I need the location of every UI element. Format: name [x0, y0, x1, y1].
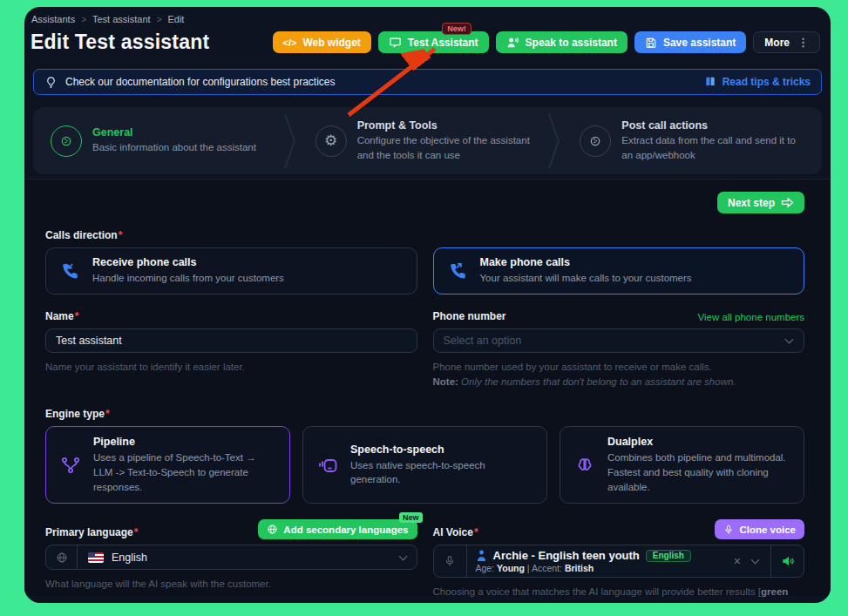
chevron-down-icon [398, 552, 407, 560]
breadcrumb-test-assistant[interactable]: Test assistant [92, 14, 151, 24]
more-button[interactable]: More ⋮ [753, 31, 820, 53]
voice-select[interactable]: Archie - English teen youth English Age:… [433, 545, 805, 578]
phone-field-group: Phone number View all phone numbers Sele… [433, 310, 805, 389]
card-desc: Uses a pipeline of Speech-to-Text → LLM … [93, 450, 277, 494]
add-secondary-languages-button[interactable]: New Add secondary languages [258, 519, 417, 539]
web-widget-label: Web widget [302, 37, 360, 49]
code-icon: </> [283, 37, 297, 48]
lightbulb-icon [44, 76, 58, 89]
language-field-group: Primary language* New Add secondary lang… [45, 519, 417, 592]
read-tips-label: Read tips & tricks [722, 76, 811, 88]
receive-calls-card[interactable]: Receive phone calls Handle incoming call… [45, 247, 417, 294]
brain-icon [580, 125, 611, 157]
test-assistant-button[interactable]: New! Test Assistant [378, 31, 489, 53]
language-value: English [112, 552, 147, 564]
more-label: More [764, 37, 790, 49]
chat-bubble-icon [389, 36, 402, 49]
make-calls-card[interactable]: Make phone calls Your assistant will mak… [433, 247, 805, 294]
breadcrumb-separator: > [157, 15, 162, 24]
speaker-icon[interactable] [770, 545, 804, 577]
card-desc: Your assistant will make calls to your c… [480, 271, 692, 286]
name-label: Name* [45, 310, 417, 322]
engine-speech-to-speech-card[interactable]: Speech-to-speech Uses native speech-to-s… [302, 426, 547, 504]
required-marker: * [474, 526, 478, 538]
next-step-label: Next step [728, 197, 775, 209]
name-input[interactable] [45, 328, 417, 353]
name-field-group: Name* Name your assistant to identify it… [45, 310, 417, 375]
speech-to-speech-icon [317, 455, 338, 476]
general-form: Next step Calls direction* Receive phone… [24, 179, 831, 596]
add-languages-label: Add secondary languages [283, 525, 408, 535]
step-prompt-tools[interactable]: ⚙ Prompt & Tools Configure the objective… [296, 118, 549, 164]
required-marker: * [75, 310, 79, 322]
clear-voice-icon[interactable]: × [734, 555, 741, 567]
gear-icon: ⚙ [315, 125, 347, 157]
phone-helper: Phone number used by your assistant to r… [433, 360, 805, 389]
card-desc: Handle incoming calls from your customer… [92, 271, 284, 286]
wizard-stepper: General Basic information about the assi… [33, 107, 822, 174]
speak-label: Speak to assistant [526, 37, 617, 49]
language-select[interactable]: English [45, 545, 417, 570]
engine-pipeline-card[interactable]: Pipeline Uses a pipeline of Speech-to-Te… [45, 426, 290, 504]
step-desc: Configure the objective of the assistant… [357, 133, 542, 161]
card-title: Pipeline [93, 436, 277, 448]
new-badge: New [399, 512, 423, 523]
brain-icon [51, 125, 82, 157]
pipeline-icon [60, 455, 81, 476]
calls-direction-label: Calls direction* [45, 229, 804, 241]
required-marker: * [134, 526, 139, 538]
ai-voice-label: AI Voice* [433, 526, 478, 538]
voice-meta: Age: Young | Accent: British [476, 563, 725, 573]
phone-select[interactable]: Select an option [433, 328, 805, 353]
mic-icon [434, 545, 467, 577]
voice-field-group: AI Voice* Clone voice [433, 519, 805, 603]
chevron-down-icon [785, 335, 794, 344]
next-step-button[interactable]: Next step [717, 192, 804, 213]
breadcrumb-edit: Edit [167, 14, 184, 24]
edit-assistant-page: Assistants > Test assistant > Edit Edit … [24, 7, 831, 603]
speak-to-assistant-button[interactable]: Speak to assistant [496, 31, 628, 53]
new-badge: New! [442, 23, 471, 35]
clone-voice-icon [723, 525, 734, 535]
header-actions: </> Web widget New! Test Assistant Speak… [273, 31, 821, 53]
page-header: Assistants > Test assistant > Edit Edit … [24, 12, 831, 54]
arrow-right-icon [781, 197, 794, 208]
card-title: Receive phone calls [92, 256, 284, 268]
step-general[interactable]: General Basic information about the assi… [42, 118, 284, 164]
phone-note-label: Note: [433, 376, 458, 387]
phone-placeholder: Select an option [444, 335, 522, 347]
step-desc: Extract data from the call and send it t… [621, 133, 806, 161]
step-title: Post call actions [621, 119, 806, 132]
card-desc: Combines both pipeline and multimodal. F… [607, 450, 791, 494]
step-separator [548, 114, 560, 168]
web-widget-button[interactable]: </> Web widget [273, 31, 371, 53]
voice-helper: Choosing a voice that matches the AI lan… [433, 585, 805, 603]
voice-person-icon [476, 549, 487, 562]
required-marker: * [105, 408, 110, 420]
read-tips-link[interactable]: Read tips & tricks [704, 76, 811, 88]
voice-name: Archie - English teen youth [493, 549, 640, 562]
card-title: Dualplex [607, 436, 791, 448]
globe-icon [46, 545, 78, 569]
us-flag-icon [88, 552, 104, 563]
step-title: General [92, 126, 256, 139]
docs-banner: Check our documentation for configuratio… [33, 69, 822, 95]
breadcrumb: Assistants > Test assistant > Edit [31, 12, 820, 30]
book-icon [704, 76, 716, 88]
card-title: Make phone calls [480, 256, 692, 268]
save-assistant-button[interactable]: Save assistant [634, 31, 746, 53]
phone-note-text: Only the numbers that don't belong to an… [461, 376, 736, 387]
step-desc: Basic information about the assistant [92, 140, 256, 154]
breadcrumb-assistants[interactable]: Assistants [31, 14, 75, 24]
clone-voice-label: Clone voice [739, 525, 796, 535]
save-icon [645, 37, 657, 49]
primary-language-label: Primary language* [45, 526, 138, 538]
engine-dualplex-card[interactable]: Dualplex Combines both pipeline and mult… [560, 426, 804, 504]
step-title: Prompt & Tools [357, 119, 542, 132]
step-post-call-actions[interactable]: Post call actions Extract data from the … [560, 118, 813, 164]
chevron-down-icon[interactable] [751, 556, 760, 565]
clone-voice-button[interactable]: Clone voice [715, 519, 804, 539]
view-phone-numbers-link[interactable]: View all phone numbers [697, 312, 804, 322]
step-separator [284, 114, 296, 168]
engine-type-label: Engine type* [45, 408, 804, 420]
